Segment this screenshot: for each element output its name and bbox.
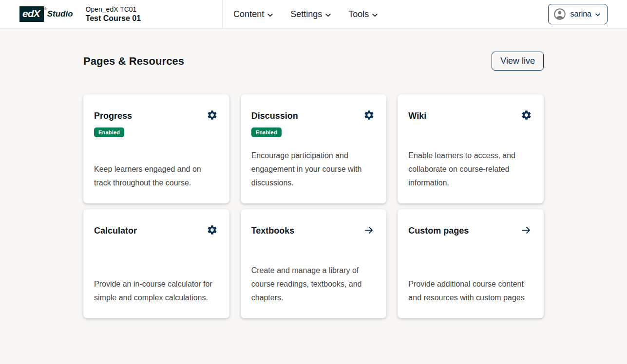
gear-icon (207, 115, 218, 122)
card-title: Custom pages (408, 226, 469, 236)
card-title: Discussion (251, 111, 298, 121)
card-header: Custom pages (408, 226, 532, 236)
arrow-right-icon (520, 230, 532, 237)
page-card[interactable]: Progress Enabled Keep learners engaged a… (83, 94, 229, 203)
chevron-down-icon (372, 9, 378, 19)
page-title: Pages & Resources (83, 55, 184, 68)
nav-tools-label: Tools (348, 9, 369, 19)
page-header: Pages & Resources View live (83, 52, 544, 71)
card-action-button[interactable] (520, 224, 532, 236)
arrow-right-icon (363, 230, 375, 237)
chevron-down-icon (595, 11, 600, 18)
card-title: Calculator (94, 226, 137, 236)
card-description: Provide an in-course calculator for simp… (94, 277, 218, 305)
card-action-button[interactable] (521, 109, 532, 121)
course-title: Test Course 01 (86, 14, 141, 24)
user-menu-button[interactable]: sarina (548, 4, 608, 24)
card-header: Textbooks (251, 226, 375, 236)
card-action-button[interactable] (363, 109, 375, 121)
page-card[interactable]: Custom pages Provide additional course c… (398, 209, 544, 318)
course-info: Open_edX TC01 Test Course 01 (86, 5, 141, 24)
card-header: Wiki (408, 111, 532, 121)
card-description: Keep learners engaged and on track throu… (94, 163, 218, 190)
chevron-down-icon (267, 9, 273, 19)
nav-content-label: Content (233, 9, 264, 19)
card-description: Enable learners to access, and collabora… (408, 149, 532, 190)
view-live-button[interactable]: View live (492, 52, 544, 71)
main-nav: Content Settings Tools (222, 0, 378, 29)
gear-icon (363, 115, 375, 122)
page-card[interactable]: Textbooks Create and manage a library of… (241, 209, 387, 318)
card-description: Create and manage a library of course re… (251, 264, 375, 305)
course-org-run: Open_edX TC01 (86, 5, 141, 14)
card-header: Calculator (94, 226, 218, 236)
card-description: Provide additional course content and re… (408, 277, 532, 305)
gear-icon (521, 115, 532, 122)
card-action-button[interactable] (207, 224, 218, 236)
pages-resources-content: Pages & Resources View live Progress Ena… (83, 29, 544, 318)
edx-logo-mark: edX (19, 6, 44, 22)
card-header: Discussion (251, 111, 375, 121)
card-description: Encourage participation and engagement i… (251, 149, 375, 190)
username-label: sarina (570, 10, 591, 18)
top-navbar: edX ® Studio Open_edX TC01 Test Course 0… (0, 0, 627, 29)
nav-content-dropdown[interactable]: Content (233, 9, 273, 19)
trademark-symbol: ® (44, 7, 47, 11)
gear-icon (207, 230, 218, 237)
chevron-down-icon (325, 9, 331, 19)
card-header: Progress (94, 111, 218, 121)
page-card[interactable]: Calculator Provide an in-course calculat… (83, 209, 229, 318)
avatar-icon (553, 8, 566, 20)
page-card[interactable]: Wiki Enable learners to access, and coll… (398, 94, 544, 203)
card-title: Wiki (408, 111, 426, 121)
cards-grid: Progress Enabled Keep learners engaged a… (83, 94, 544, 318)
studio-logo-text: Studio (47, 9, 73, 19)
page-card[interactable]: Discussion Enabled Encourage participati… (241, 94, 387, 203)
nav-settings-label: Settings (290, 9, 322, 19)
card-title: Progress (94, 111, 132, 121)
card-action-button[interactable] (363, 224, 375, 236)
card-action-button[interactable] (207, 109, 218, 121)
edx-studio-logo[interactable]: edX ® Studio (19, 6, 73, 22)
card-title: Textbooks (251, 226, 295, 236)
enabled-badge: Enabled (94, 127, 124, 137)
nav-tools-dropdown[interactable]: Tools (348, 9, 378, 19)
enabled-badge: Enabled (251, 127, 282, 137)
nav-settings-dropdown[interactable]: Settings (290, 9, 331, 19)
